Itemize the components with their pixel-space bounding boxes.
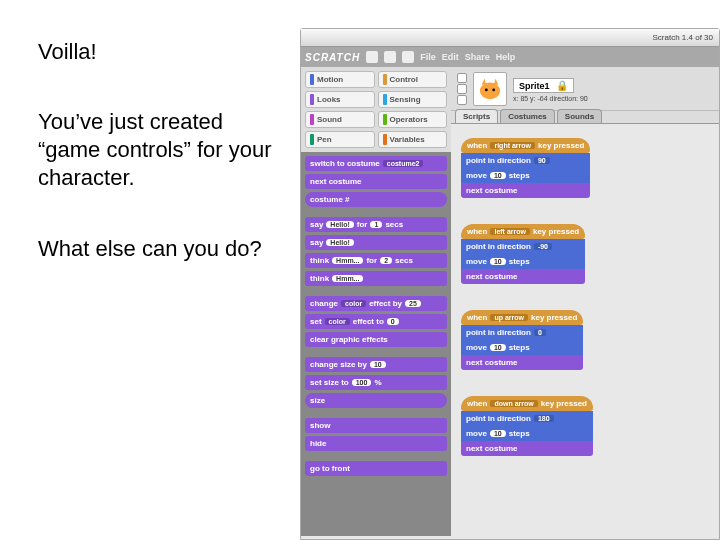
block-next-costume[interactable]: next costume [461, 441, 593, 456]
block-point-direction[interactable]: point in direction-90 [461, 239, 585, 254]
block-change-size[interactable]: change size by10 [305, 357, 447, 372]
block-clear-effects[interactable]: clear graphic effects [305, 332, 447, 347]
script-up[interactable]: whenup arrowkey pressed point in directi… [461, 310, 583, 370]
svg-point-1 [485, 88, 488, 91]
block-next-costume[interactable]: next costume [461, 355, 583, 370]
block-set-size[interactable]: set size to100% [305, 375, 447, 390]
script-left[interactable]: whenleft arrowkey pressed point in direc… [461, 224, 585, 284]
menu-share[interactable]: Share [465, 52, 490, 62]
cat-sound[interactable]: Sound [305, 111, 375, 128]
block-point-direction[interactable]: point in direction90 [461, 153, 590, 168]
block-think-for[interactable]: thinkHmm...for2secs [305, 253, 447, 268]
cat-pen[interactable]: Pen [305, 131, 375, 148]
hat-when-key[interactable]: whenright arrowkey pressed [461, 138, 590, 153]
palette-column: Motion Control Looks Sensing Sound Opera… [301, 67, 451, 539]
block-costume-num[interactable]: costume # [305, 192, 447, 207]
svg-point-2 [492, 88, 495, 91]
block-go-front[interactable]: go to front [305, 461, 447, 476]
stage-column: Sprite1🔒 x: 85 y: -64 direction: 90 Scri… [451, 67, 719, 539]
block-think[interactable]: thinkHmm... [305, 271, 447, 286]
block-move-steps[interactable]: move10steps [461, 340, 583, 355]
block-move-steps[interactable]: move10steps [461, 254, 585, 269]
lock-icon[interactable]: 🔒 [556, 80, 568, 91]
block-point-direction[interactable]: point in direction0 [461, 325, 583, 340]
svg-point-0 [480, 82, 500, 99]
cat-icon [476, 77, 504, 101]
menu-help[interactable]: Help [496, 52, 516, 62]
hat-when-key[interactable]: whendown arrowkey pressed [461, 396, 593, 411]
menu-edit[interactable]: Edit [442, 52, 459, 62]
cat-looks[interactable]: Looks [305, 91, 375, 108]
block-switch-costume[interactable]: switch to costumecostume2 [305, 156, 447, 171]
block-change-effect[interactable]: changecoloreffect by25 [305, 296, 447, 311]
tab-scripts[interactable]: Scripts [455, 109, 498, 123]
block-point-direction[interactable]: point in direction180 [461, 411, 593, 426]
menu-file[interactable]: File [420, 52, 436, 62]
cat-sensing[interactable]: Sensing [378, 91, 448, 108]
sprite-name-field[interactable]: Sprite1🔒 [513, 78, 574, 93]
block-move-steps[interactable]: move10steps [461, 426, 593, 441]
logo: SCRATCH [305, 52, 360, 63]
title-text: Scratch 1.4 of 30 [653, 33, 713, 42]
script-right[interactable]: whenright arrowkey pressed point in dire… [461, 138, 590, 198]
block-set-effect[interactable]: setcoloreffect to0 [305, 314, 447, 329]
block-say[interactable]: sayHello! [305, 235, 447, 250]
block-size[interactable]: size [305, 393, 447, 408]
save-icon[interactable] [384, 51, 396, 63]
slide-text-3: What else can you do? [38, 235, 284, 263]
script-down[interactable]: whendown arrowkey pressed point in direc… [461, 396, 593, 456]
cat-operators[interactable]: Operators [378, 111, 448, 128]
slide-text-1: Voilla! [38, 38, 284, 66]
rotation-buttons[interactable] [457, 73, 467, 105]
block-say-for[interactable]: sayHello!for1secs [305, 217, 447, 232]
window-titlebar: Scratch 1.4 of 30 [301, 29, 719, 47]
block-move-steps[interactable]: move10steps [461, 168, 590, 183]
share-icon[interactable] [402, 51, 414, 63]
menubar: SCRATCH File Edit Share Help [301, 47, 719, 67]
scratch-window: Scratch 1.4 of 30 SCRATCH File Edit Shar… [300, 28, 720, 540]
block-next-costume[interactable]: next costume [461, 269, 585, 284]
block-hide[interactable]: hide [305, 436, 447, 451]
globe-icon[interactable] [366, 51, 378, 63]
scripts-area[interactable]: whenright arrowkey pressed point in dire… [451, 123, 719, 539]
blocks-palette: switch to costumecostume2 next costume c… [301, 152, 451, 536]
hat-when-key[interactable]: whenleft arrowkey pressed [461, 224, 585, 239]
sprite-thumbnail[interactable] [473, 72, 507, 106]
sprite-coordinates: x: 85 y: -64 direction: 90 [513, 95, 713, 102]
block-next-costume[interactable]: next costume [305, 174, 447, 189]
slide-text-2: You’ve just created “game controls” for … [38, 108, 284, 192]
cat-control[interactable]: Control [378, 71, 448, 88]
block-show[interactable]: show [305, 418, 447, 433]
tab-costumes[interactable]: Costumes [500, 109, 555, 123]
cat-variables[interactable]: Variables [378, 131, 448, 148]
cat-motion[interactable]: Motion [305, 71, 375, 88]
block-next-costume[interactable]: next costume [461, 183, 590, 198]
hat-when-key[interactable]: whenup arrowkey pressed [461, 310, 583, 325]
tab-sounds[interactable]: Sounds [557, 109, 602, 123]
